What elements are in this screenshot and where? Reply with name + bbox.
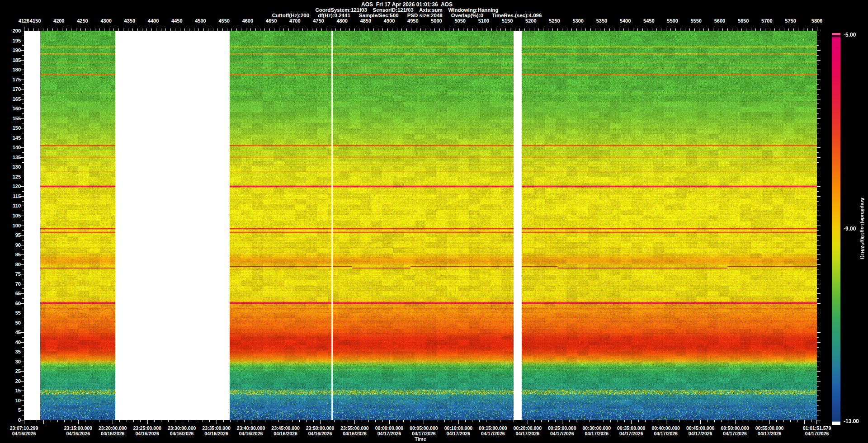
time-label-time: 00:30:00.000 (583, 425, 611, 431)
time-label-time: 00:55:00.000 (755, 425, 783, 431)
time-label-time: 23:07:10.299 (10, 425, 38, 431)
colorbar-mid-label: -9.00 (844, 226, 856, 232)
frequency-axis-label: 5 (18, 407, 21, 413)
header-params-line3: Cuttoff(Hz):200 df(Hz):0.2441 Sample/Sec… (0, 13, 814, 18)
frequency-axis-label: 80 (15, 262, 21, 267)
time-axis-label-item: 00:10:00.00004/17/2026 (444, 425, 472, 436)
top-axis-label: 4900 (384, 18, 395, 24)
time-label-date: 04/17/2026 (583, 431, 611, 436)
time-axis-label-item: 00:30:00.00004/17/2026 (583, 425, 611, 436)
time-label-date: 04/17/2026 (803, 431, 831, 436)
colorbar-min-label: -13.00 (844, 418, 859, 424)
time-axis-label-item: 23:15:00.00004/16/2026 (64, 425, 92, 436)
frequency-axis-label: 135 (13, 155, 21, 160)
time-label-date: 04/17/2026 (548, 431, 576, 436)
time-label-date: 04/16/2026 (10, 431, 38, 436)
time-label-time: 00:35:00.000 (617, 425, 645, 431)
time-axis-label-item: 23:50:00.00004/16/2026 (306, 425, 334, 436)
time-axis-label-item: 01:01:51.57904/17/2026 (803, 425, 831, 436)
colorbar (832, 33, 840, 425)
top-axis-label: 5200 (525, 18, 536, 24)
frequency-axis-label: 170 (13, 86, 21, 92)
time-axis-label-item: 00:25:00.00004/17/2026 (548, 425, 576, 436)
time-label-time: 23:20:00.000 (99, 425, 127, 431)
time-label-date: 04/16/2026 (99, 431, 127, 436)
top-axis-label: 4950 (407, 18, 418, 24)
time-axis-label-item: 23:07:10.29904/16/2026 (10, 425, 38, 436)
time-axis-label-item: 00:50:00.00004/17/2026 (721, 425, 749, 436)
top-axis-label: 4800 (336, 18, 347, 24)
time-label-time: 23:30:00.000 (168, 425, 196, 431)
frequency-axis-label: 105 (13, 213, 21, 218)
header-params-line2: CoordSystem:121f03 SensorID:121f03 Axis:… (0, 7, 814, 13)
top-axis-label: 5700 (761, 18, 772, 24)
time-axis-label-item: 00:45:00.00004/17/2026 (686, 425, 714, 436)
frequency-axis-label: 100 (13, 223, 21, 228)
frequency-axis-label: 120 (13, 184, 21, 189)
frequency-axis-label: 95 (15, 232, 21, 238)
top-axis-label: 5450 (643, 18, 654, 24)
time-label-time: 00:05:00.000 (410, 425, 438, 431)
time-label-time: 23:40:00.000 (237, 425, 265, 431)
time-axis-label-item: 00:20:00.00004/17/2026 (514, 425, 542, 436)
frequency-axis-label: 35 (15, 349, 21, 354)
top-axis-label: 4150 (30, 18, 41, 24)
time-label-date: 04/17/2026 (617, 431, 645, 436)
frequency-axis-label: 190 (13, 47, 21, 53)
frequency-axis-label: 130 (13, 164, 21, 170)
top-axis-label: 4700 (289, 18, 300, 24)
frequency-axis-label: 160 (13, 106, 21, 111)
spectrogram-plot[interactable] (24, 31, 817, 420)
time-label-date: 04/17/2026 (444, 431, 472, 436)
time-label-time: 00:00:00.000 (375, 425, 403, 431)
top-axis-label: 4750 (313, 18, 324, 24)
frequency-axis-label: 70 (15, 281, 21, 287)
time-axis-label-item: 00:40:00.00004/17/2026 (651, 425, 679, 436)
time-axis-label-item: 00:55:00.00004/17/2026 (755, 425, 783, 436)
top-axis-label: 5500 (667, 18, 678, 24)
colorbar-max-label: -5.00 (844, 32, 856, 38)
time-label-date: 04/17/2026 (514, 431, 542, 436)
time-label-time: 23:45:00.000 (271, 425, 299, 431)
frequency-axis-label: 110 (13, 203, 21, 208)
frequency-axis-label: 60 (15, 301, 21, 306)
time-label-date: 04/16/2026 (64, 431, 92, 436)
frequency-axis-label: 50 (15, 320, 21, 325)
time-label-date: 04/17/2026 (651, 431, 679, 436)
top-axis-label: 4250 (77, 18, 88, 24)
frequency-axis-label: 150 (13, 125, 21, 131)
frequency-axis-label: 200 (13, 28, 21, 33)
time-label-date: 04/16/2026 (340, 431, 368, 436)
time-label-time: 01:01:51.579 (803, 425, 831, 431)
time-label-time: 23:35:00.000 (202, 425, 230, 431)
frequency-axis-label: 0 (18, 417, 21, 423)
top-axis-label: 4300 (100, 18, 111, 24)
top-axis-label: 5150 (502, 18, 513, 24)
top-axis-label: 4500 (195, 18, 206, 24)
frequency-axis-label: 15 (15, 388, 21, 393)
time-label-time: 23:25:00.000 (133, 425, 161, 431)
top-axis-label: 4350 (124, 18, 135, 24)
frequency-axis-label: 30 (15, 359, 21, 364)
frequency-axis-label: 145 (13, 135, 21, 141)
time-axis-label-item: 23:20:00.00004/16/2026 (99, 425, 127, 436)
top-axis-label: 5100 (478, 18, 489, 24)
time-label-time: 00:10:00.000 (444, 425, 472, 431)
time-axis-label-item: 23:35:00.00004/16/2026 (202, 425, 230, 436)
time-label-date: 04/16/2026 (271, 431, 299, 436)
time-label-date: 04/17/2026 (375, 431, 403, 436)
time-label-time: 00:45:00.000 (686, 425, 714, 431)
frequency-axis-label: 175 (13, 77, 21, 82)
time-label-date: 04/16/2026 (133, 431, 161, 436)
top-axis-label: 5750 (785, 18, 796, 24)
frequency-axis-label: 10 (15, 398, 21, 403)
time-axis-label-item: 00:00:00.00004/17/2026 (375, 425, 403, 436)
time-label-time: 23:15:00.000 (64, 425, 92, 431)
time-label-time: 00:25:00.000 (548, 425, 576, 431)
time-label-date: 04/16/2026 (306, 431, 334, 436)
frequency-axis-label: 195 (13, 38, 21, 43)
top-axis-label: 4126 (19, 18, 29, 24)
top-axis-label: 4450 (171, 18, 182, 24)
top-axis-label: 5650 (738, 18, 749, 24)
time-axis-label-item: 00:35:00.00004/17/2026 (617, 425, 645, 436)
